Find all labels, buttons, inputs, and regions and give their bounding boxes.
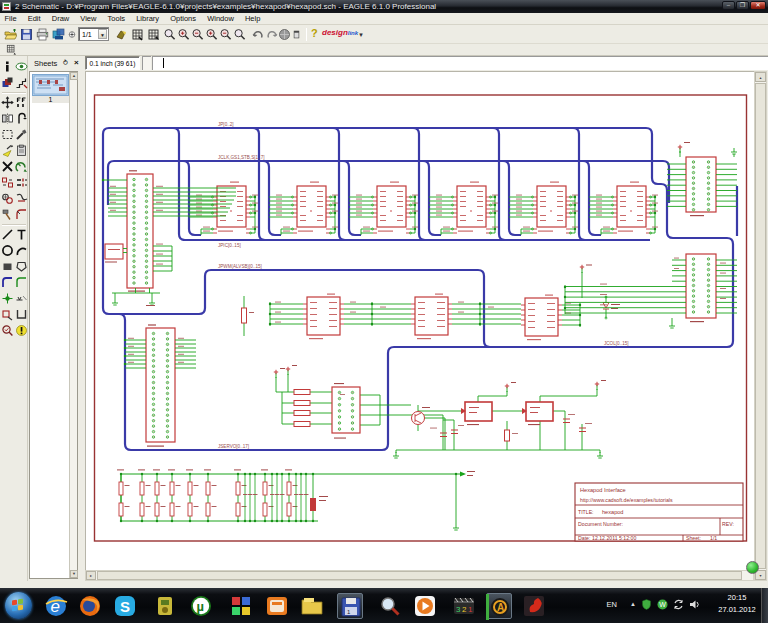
save-icon[interactable] [20,28,33,41]
rect-tool-icon[interactable] [1,260,14,273]
circle-tool-icon[interactable] [1,244,14,257]
tray-expand-icon[interactable]: ▲ [630,601,636,607]
sheet-thumbnail[interactable] [32,74,69,96]
hscroll-thumb[interactable] [97,571,742,580]
menu-help[interactable]: Help [240,13,264,25]
gateswap-tool-icon[interactable] [15,176,28,189]
schematic-canvas[interactable]: JP[0..2] JCLK,GS1,STB,S[1..7] JPIC[0..15… [85,71,754,570]
junction-tool-icon[interactable] [1,292,14,305]
taskbar-app-media-player[interactable] [412,593,438,619]
arc-tool-icon[interactable] [15,244,28,257]
vscroll-thumb[interactable] [755,83,766,569]
change-tool-icon[interactable] [15,128,28,141]
float-panel-icon[interactable]: ⥁ [63,59,71,67]
cam-processor-icon[interactable] [52,28,65,41]
antivirus-tray-icon[interactable] [641,599,652,610]
sheets-scrollbar[interactable]: ▲ ▼ [69,72,77,578]
open-icon[interactable] [4,28,17,41]
close-panel-icon[interactable]: × [74,59,82,67]
sheet-item[interactable]: 1 [32,74,69,104]
taskbar-app-skype[interactable]: S [112,593,138,619]
vertical-scrollbar[interactable]: ▴ ▾ [754,71,767,581]
erc-tool-icon[interactable] [1,308,14,321]
script-icon[interactable] [131,28,144,41]
minimize-button[interactable]: – [722,1,735,10]
menu-view[interactable]: View [76,13,101,25]
add-tool-icon[interactable] [15,160,28,173]
cut-tool-icon[interactable] [1,144,14,157]
sheet-selector[interactable]: 1/1 ▼ [78,27,109,41]
close-button[interactable]: ✕ [750,1,766,10]
menu-library[interactable]: Library [132,13,164,25]
taskbar-app-aimp[interactable]: A [486,593,512,619]
net-tool-icon[interactable] [15,276,28,289]
taskbar-app-media-player-classic[interactable]: 321 [451,593,477,619]
undo-icon[interactable] [251,28,264,41]
bus-tool-icon[interactable] [1,276,14,289]
errors-tool-icon[interactable] [15,308,28,321]
run-icon[interactable] [147,28,160,41]
text-tool-icon[interactable] [15,228,28,241]
volume-tray-icon[interactable] [689,599,700,610]
taskbar-app-download-manager[interactable] [521,593,547,619]
copy-tool-icon[interactable] [15,96,28,109]
zoom-fit-icon[interactable] [163,28,176,41]
rotate-tool-icon[interactable] [15,112,28,125]
taskbar-app-file-manager[interactable] [299,593,325,619]
errlist-tool-icon[interactable] [15,324,28,337]
use-library-icon[interactable] [115,28,128,41]
mark-tool-icon[interactable] [15,76,28,89]
board-icon[interactable] [68,28,76,41]
maximize-button[interactable]: ❐ [736,1,749,10]
stop-icon[interactable] [278,28,291,41]
designlink-button[interactable]: designlink [322,28,358,37]
menu-tools[interactable]: Tools [103,13,130,25]
taskbar-app-eagle-active[interactable]: 1 [337,593,363,619]
chevron-down-icon[interactable]: ▼ [98,29,107,39]
menu-draw[interactable]: Draw [47,13,74,25]
pinswap-tool-icon[interactable] [1,176,14,189]
taskbar-app-total-commander[interactable] [264,593,290,619]
taskbar-app-search-tool[interactable] [377,593,403,619]
zoom-redraw-icon[interactable] [233,28,246,41]
scroll-right-icon[interactable]: ▸ [86,571,96,580]
display-tool-icon[interactable] [1,76,14,89]
zoom-select-icon[interactable] [205,28,218,41]
taskbar-clock[interactable]: 20:15 27.01.2012 [713,592,761,616]
smash-tool-icon[interactable] [1,208,14,221]
move-tool-icon[interactable] [1,96,14,109]
menu-options[interactable]: Options [166,13,201,25]
sync-tray-icon[interactable] [673,599,684,610]
language-indicator[interactable]: EN [607,600,617,609]
menu-edit[interactable]: Edit [23,13,45,25]
ercchk-tool-icon[interactable] [1,324,14,337]
help-icon[interactable]: ? [311,27,318,39]
horizontal-scrollbar[interactable]: ◂ ▸ [85,570,754,581]
print-icon[interactable] [36,28,49,41]
window-icon[interactable] [292,28,301,41]
wire-tool-icon[interactable] [1,228,14,241]
mirror-tool-icon[interactable] [1,112,14,125]
network-tray-icon[interactable]: W [657,599,668,610]
taskbar-app-media-app[interactable] [152,593,178,619]
scroll-up-icon[interactable]: ▲ [70,72,78,80]
menu-window[interactable]: Window [203,13,239,25]
grid-icon[interactable] [6,44,17,55]
value-tool-icon[interactable] [15,192,28,205]
show-desktop-button[interactable] [761,588,768,623]
zoom-out-icon[interactable] [191,28,204,41]
zoom-in-icon[interactable] [177,28,190,41]
taskbar-app-utorrent[interactable]: µ [188,593,214,619]
command-split-handle[interactable] [142,56,151,70]
info-tool-icon[interactable] [1,60,14,73]
paste-tool-icon[interactable] [15,144,28,157]
scroll-up-icon[interactable]: ▴ [755,72,766,82]
scroll-down-icon[interactable]: ▼ [70,570,78,578]
name-tool-icon[interactable] [1,192,14,205]
taskbar-app-firefox[interactable] [77,593,103,619]
taskbar-app-internet-explorer[interactable]: e [43,593,69,619]
zoom-previous-icon[interactable] [219,28,232,41]
menu-file[interactable]: File [0,13,21,25]
delete-tool-icon[interactable] [1,160,14,173]
show-tool-icon[interactable] [15,60,28,73]
